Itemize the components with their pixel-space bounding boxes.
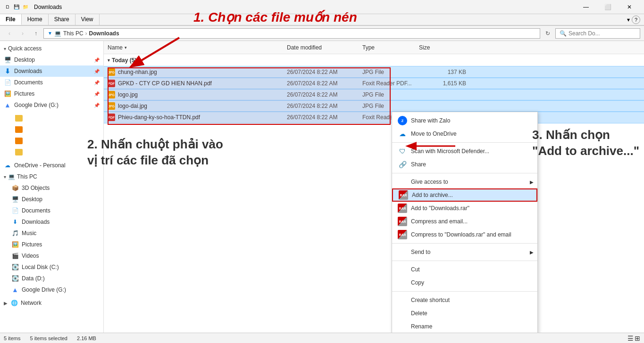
ctx-share[interactable]: 🔗 Share	[392, 158, 537, 171]
sidebar-label-downloads-pc: Downloads	[22, 219, 50, 225]
jpg-icon-4: JPG	[108, 102, 115, 110]
table-row[interactable]: JPG logo.jpg 26/07/2024 8:22 AM JPG File	[104, 89, 644, 100]
zalo-icon: Z	[398, 116, 407, 125]
view-grid-icon[interactable]: ⊞	[635, 335, 640, 342]
sidebar-item-gdrive-qa[interactable]: ▲ Google Drive (G:) 📌	[0, 99, 103, 111]
this-pc-header[interactable]: ▾ 💻 This PC	[0, 171, 103, 182]
ctx-rename[interactable]: Rename	[392, 320, 537, 333]
ctx-label-share-zalo: Share with Zalo	[411, 117, 450, 124]
title-bar-controls: — ⬜ ✕	[575, 0, 640, 14]
ctx-scan-defender[interactable]: 🛡 Scan with Microsoft Defender...	[392, 145, 537, 158]
status-size: 2.16 MB	[77, 335, 96, 341]
ctx-copy[interactable]: Copy	[392, 276, 537, 289]
sidebar-item-local-disk[interactable]: 💽 Local Disk (C:)	[0, 261, 103, 273]
forward-button[interactable]: ›	[17, 28, 28, 39]
colored-folder-2[interactable]	[11, 124, 103, 135]
refresh-button[interactable]: ↻	[542, 28, 553, 39]
sidebar-item-desktop-pc[interactable]: 🖥️ Desktop	[0, 194, 103, 205]
sidebar-item-pictures-pc[interactable]: 🖼️ Pictures	[0, 239, 103, 250]
colored-folder-1[interactable]	[11, 113, 103, 124]
ctx-share-zalo[interactable]: Z Share with Zalo	[392, 114, 537, 127]
col-size[interactable]: Size	[419, 44, 466, 51]
sidebar-item-videos[interactable]: 🎬 Videos	[0, 250, 103, 261]
sidebar-label-3dobjects: 3D Objects	[22, 185, 50, 191]
up-button[interactable]: ↑	[30, 28, 42, 39]
table-row[interactable]: PDF Phieu-dang-ky-so-hoa-TTDN.pdf 26/07/…	[104, 112, 644, 123]
gdrive-pc-icon: ▲	[11, 286, 19, 294]
sidebar-item-documents[interactable]: 📄 Documents 📌	[0, 77, 103, 88]
sidebar-item-network[interactable]: ▶ 🌐 Network	[0, 297, 103, 309]
tab-home[interactable]: Home	[22, 14, 49, 25]
tab-share[interactable]: Share	[49, 14, 75, 25]
ctx-move-onedrive[interactable]: ☁ Move to OneDrive	[392, 127, 537, 140]
path-sep: ›	[85, 30, 87, 37]
sidebar-item-data-d[interactable]: 💽 Data (D:)	[0, 273, 103, 284]
table-row[interactable]: PDF GPKD - CTY CP GD HIEN NHAN.pdf 26/07…	[104, 78, 644, 89]
file-type-1: JPG File	[362, 69, 419, 75]
ctx-compress-email[interactable]: RAR Compress and email...	[392, 215, 537, 228]
file-area: Name ▾ Date modified Type Size ▾ Today (…	[104, 41, 644, 333]
give-access-icon	[398, 177, 407, 187]
sidebar-label-documents: Documents	[14, 79, 43, 86]
tab-view[interactable]: View	[75, 14, 100, 25]
view-list-icon[interactable]: ☰	[627, 335, 634, 342]
tab-file[interactable]: File	[0, 14, 22, 25]
quick-access-header[interactable]: ▾ Quick access	[0, 43, 103, 54]
ctx-give-access[interactable]: Give access to ▶	[392, 175, 537, 188]
downloads-pc-icon: ⬇	[11, 218, 19, 226]
table-row[interactable]: JPG logo-dai.jpg 26/07/2024 8:22 AM JPG …	[104, 100, 644, 112]
give-access-arrow: ▶	[530, 180, 534, 185]
documents-icon: 📄	[4, 79, 11, 86]
search-box[interactable]: 🔍	[555, 28, 640, 39]
col-date[interactable]: Date modified	[287, 44, 362, 51]
table-row[interactable]: JPG chung-nhan.jpg 26/07/2024 8:22 AM JP…	[104, 66, 644, 78]
address-input[interactable]: ▼ 💻 This PC › Downloads	[43, 28, 540, 39]
sidebar-item-3dobjects[interactable]: 📦 3D Objects	[0, 182, 103, 194]
minimize-button[interactable]: —	[575, 0, 597, 14]
ctx-divider-4	[392, 261, 537, 261]
sidebar-item-pictures[interactable]: 🖼️ Pictures 📌	[0, 88, 103, 99]
ctx-label-compress-drar-email: Compress to "Downloads.rar" and email	[411, 231, 511, 238]
sidebar-item-desktop[interactable]: 🖥️ Desktop 📌	[0, 54, 103, 65]
file-date-5: 26/07/2024 8:22 AM	[287, 114, 362, 121]
ctx-label-share: Share	[411, 161, 426, 168]
sidebar-item-downloads-pc[interactable]: ⬇ Downloads	[0, 216, 103, 228]
sidebar-item-onedrive[interactable]: ☁ OneDrive - Personal	[0, 160, 103, 171]
ctx-delete[interactable]: Delete	[392, 307, 537, 320]
pictures-icon: 🖼️	[4, 90, 11, 98]
desktop-pc-icon: 🖥️	[11, 196, 19, 203]
close-button[interactable]: ✕	[619, 0, 640, 14]
file-date-2: 26/07/2024 8:22 AM	[287, 80, 362, 87]
file-name-2: PDF GPKD - CTY CP GD HIEN NHAN.pdf	[108, 80, 287, 87]
ctx-add-archive[interactable]: RAR Add to archive...	[392, 188, 537, 202]
file-type-3: JPG File	[362, 91, 419, 98]
colored-folder-4[interactable]	[11, 147, 103, 158]
ctx-compress-drar-email[interactable]: RAR Compress to "Downloads.rar" and emai…	[392, 228, 537, 241]
search-input[interactable]	[569, 30, 630, 37]
window-icon: 🗋 💾 📁	[4, 3, 29, 11]
pin-icon-gdrive: 📌	[94, 103, 100, 108]
sidebar-item-downloads[interactable]: ⬇ Downloads 📌	[0, 65, 103, 77]
help-icon[interactable]: ?	[632, 16, 640, 24]
folder-icon-3	[15, 138, 23, 144]
ctx-label-cut: Cut	[411, 266, 420, 273]
sidebar-item-documents-pc[interactable]: 📄 Documents	[0, 205, 103, 216]
ctx-cut[interactable]: Cut	[392, 263, 537, 276]
sidebar-label-videos: Videos	[22, 253, 39, 259]
path-arrow: ▼	[48, 31, 52, 36]
maximize-button[interactable]: ⬜	[597, 0, 619, 14]
group-header-today[interactable]: ▾ Today (5)	[104, 54, 644, 66]
col-name[interactable]: Name ▾	[108, 44, 287, 51]
ctx-add-downloads-rar[interactable]: RAR Add to "Downloads.rar"	[392, 202, 537, 215]
sidebar-item-gdrive-pc[interactable]: ▲ Google Drive (G:)	[0, 284, 103, 295]
sidebar-label-gdrive-pc: Google Drive (G:)	[22, 286, 66, 293]
col-type[interactable]: Type	[362, 44, 419, 51]
colored-folder-3[interactable]	[11, 135, 103, 147]
sidebar-item-music[interactable]: 🎵 Music	[0, 228, 103, 239]
send-to-icon	[398, 247, 407, 257]
ribbon-collapse-icon[interactable]: ▾	[627, 16, 630, 23]
ctx-send-to[interactable]: Send to ▶	[392, 245, 537, 259]
ctx-create-shortcut[interactable]: Create shortcut	[392, 294, 537, 307]
back-button[interactable]: ‹	[4, 28, 15, 39]
ctx-label-add-downloads-rar: Add to "Downloads.rar"	[411, 205, 469, 212]
